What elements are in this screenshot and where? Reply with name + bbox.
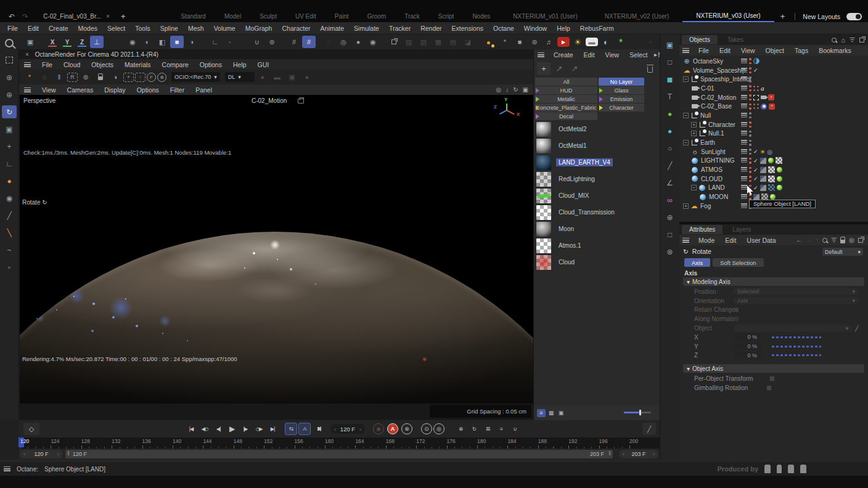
material-room-icon[interactable]: ▨	[402, 36, 416, 48]
value-slider[interactable]	[772, 354, 821, 356]
viewport-frame-icon[interactable]: ▣	[23, 36, 37, 48]
layer-stack-icon[interactable]	[741, 68, 747, 73]
spline-smooth-icon[interactable]: ~	[2, 243, 17, 256]
viewport-menu-options[interactable]: Options	[132, 86, 164, 94]
attribute-menu-edit[interactable]: Edit	[720, 237, 741, 244]
value-field[interactable]: 0 %	[734, 352, 762, 359]
expander-icon[interactable]: +	[691, 122, 697, 128]
tab-takes[interactable]: Takes	[720, 35, 751, 44]
spheres-icon[interactable]: ◉	[2, 192, 17, 205]
hamburger-icon[interactable]	[24, 87, 31, 92]
octane-camera-icon[interactable]: ▣	[285, 71, 299, 83]
layer-stack-icon[interactable]	[741, 104, 747, 109]
layer-stack-icon[interactable]	[741, 176, 747, 182]
enabled-check-icon[interactable]: ✓	[753, 148, 758, 155]
layer-stack-icon[interactable]	[741, 95, 747, 100]
rotate-tool-icon[interactable]: ↻	[2, 105, 17, 118]
enabled-check-icon[interactable]: ✓	[753, 158, 758, 164]
cam-tag-icon[interactable]	[761, 96, 766, 99]
layer-filter-all[interactable]: All	[535, 78, 597, 86]
text-tool-icon[interactable]: T	[663, 91, 678, 103]
xpresso-icon[interactable]: *	[498, 36, 512, 48]
material-menu-edit[interactable]: Edit	[579, 51, 600, 59]
layer-stack-icon[interactable]	[741, 203, 747, 209]
visibility-dots-icon[interactable]	[749, 112, 751, 118]
perspective-viewport[interactable]: Perspective C-02_Motion Y X Z Check:1ms.…	[20, 95, 533, 404]
menu-volume[interactable]: Volume	[209, 25, 240, 32]
green-tag-icon[interactable]	[770, 194, 776, 200]
tool-tab-axis[interactable]: Axis	[684, 258, 710, 267]
material-item[interactable]: Atmos.1	[536, 237, 658, 254]
target-tag-icon[interactable]: ◎	[768, 148, 773, 155]
checker-tag-icon[interactable]	[768, 166, 775, 173]
axis-tool-icon[interactable]: +	[2, 140, 17, 153]
globe-icon[interactable]: ⊕	[663, 211, 678, 224]
spinner-left-icon[interactable]: ‹	[334, 426, 336, 433]
octane-menu-gui[interactable]: GUI	[253, 61, 274, 68]
keyframe-selection-button[interactable]: ⊙	[421, 423, 432, 434]
fcurve-icon[interactable]: ╱	[642, 423, 656, 435]
octane-menu-materials[interactable]: Materials	[120, 61, 156, 68]
material-item[interactable]: Cloud_MIX	[536, 187, 658, 204]
material-thumbnail[interactable]	[536, 255, 551, 270]
range-start-spinner[interactable]: ‹120 F›	[20, 450, 63, 458]
material-thumbnail[interactable]	[536, 155, 551, 170]
attribute-menu-user-data[interactable]: User Data	[742, 237, 780, 244]
visibility-dots-icon[interactable]	[749, 76, 751, 83]
enabled-check-icon[interactable]: ✓	[753, 185, 758, 191]
tree-item-atmos[interactable]: ATMOS✓	[679, 165, 868, 174]
material-menu-view[interactable]: View	[600, 51, 624, 59]
visibility-dots-icon[interactable]	[749, 121, 751, 128]
search-icon[interactable]	[832, 38, 837, 43]
value-field[interactable]: 0 %	[734, 333, 762, 341]
autokeying-button[interactable]: A	[387, 423, 398, 434]
spinner-right-icon[interactable]: ›	[57, 451, 59, 457]
display-icon[interactable]: ▬	[586, 38, 598, 46]
group-header-modeling-axis[interactable]: ▾Modeling Axis	[683, 277, 864, 286]
selbox-tag-icon[interactable]	[753, 95, 759, 100]
viewport-download-icon[interactable]: ↓	[506, 86, 509, 93]
checker-tag-icon[interactable]	[768, 176, 775, 182]
snap-settings-icon[interactable]: ⊛	[265, 36, 279, 48]
material-grid-view-icon[interactable]: ▦	[547, 409, 555, 417]
range-end-spinner[interactable]: ‹203 F›	[619, 450, 658, 458]
current-frame-field[interactable]: ‹120 F›	[330, 424, 365, 434]
edges-mode-icon[interactable]: ◐	[141, 36, 154, 48]
close-icon[interactable]: ×	[25, 51, 29, 58]
material-thumbnail[interactable]	[536, 238, 551, 253]
material-item[interactable]: Cloud	[536, 254, 658, 270]
layout-tab-model[interactable]: Model	[215, 12, 250, 22]
menu-edit[interactable]: Edit	[23, 25, 44, 32]
octane-menu-options[interactable]: Options	[195, 61, 227, 68]
layout-tab-uv-edit[interactable]: UV Edit	[286, 12, 326, 22]
selection-filter-icon[interactable]: ⊛	[2, 71, 17, 84]
group-header-object-axis[interactable]: ▾Object Axis	[683, 364, 864, 373]
mograph-color-icon[interactable]	[485, 39, 491, 45]
tab-layers[interactable]: Layers	[725, 225, 758, 234]
octane-whitebalance-icon[interactable]: ⊗	[157, 73, 166, 82]
knot-pink-icon[interactable]: ∞	[663, 194, 678, 206]
spinner-left-icon[interactable]: ‹	[623, 451, 624, 457]
mini-slot-icon[interactable]: ▫	[2, 261, 17, 274]
value-slider[interactable]	[772, 336, 821, 338]
checkbox[interactable]	[734, 307, 739, 312]
menu-select[interactable]: Select	[102, 25, 130, 32]
viewport-sync-icon[interactable]: ↻	[513, 86, 518, 93]
select-field[interactable]: Selected▾	[734, 288, 859, 295]
octane-pick-icon[interactable]: ◦	[135, 73, 145, 82]
viewport-hud-icon[interactable]: ◎	[496, 86, 501, 93]
layer-stack-icon[interactable]	[741, 86, 747, 91]
hamburger-icon[interactable]	[538, 52, 544, 57]
material-item[interactable]: OctMetal2	[536, 121, 658, 137]
search-icon[interactable]	[822, 238, 827, 243]
grid-icon[interactable]: #	[287, 36, 301, 48]
checkbox[interactable]	[766, 385, 772, 391]
viewport-menu-display[interactable]: Display	[99, 86, 130, 94]
viewport-menu-panel[interactable]: Panel	[190, 86, 217, 94]
autokey-hud-button[interactable]: A	[298, 423, 311, 435]
expander-icon[interactable]: +	[683, 203, 689, 209]
camera-settings-icon[interactable]	[298, 99, 304, 104]
visibility-dots-icon[interactable]	[749, 167, 751, 173]
tree-item-octanesky[interactable]: ⊕OctaneSky	[679, 57, 868, 66]
ocio-dropdown[interactable]: OCIO:<Rec.70▾	[171, 72, 220, 82]
